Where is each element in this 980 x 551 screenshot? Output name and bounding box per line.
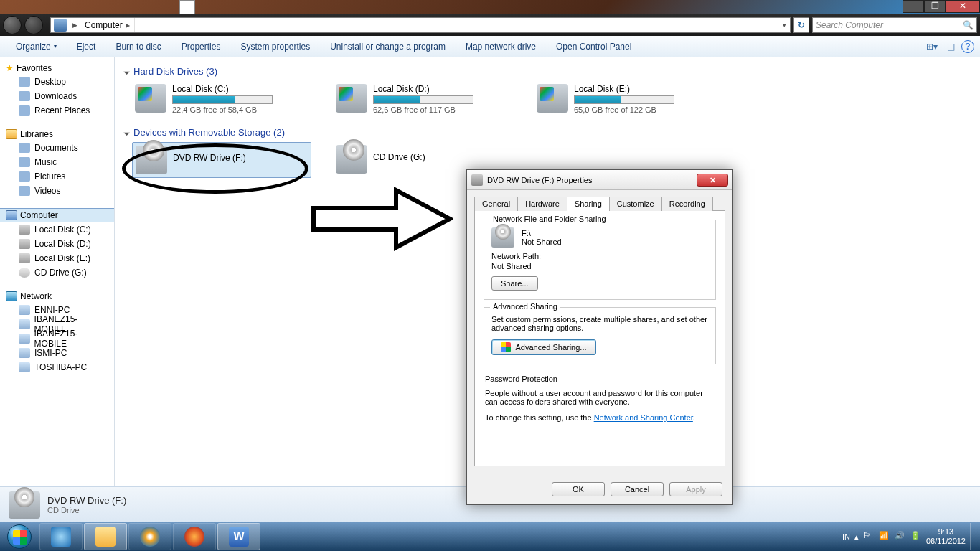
tray-volume-icon[interactable]: 🔊	[895, 531, 906, 542]
breadcrumb-computer[interactable]: Computer ▶	[80, 18, 135, 32]
taskbar-item-explorer[interactable]	[84, 523, 127, 550]
advanced-sharing-desc: Set custom permissions, create multiple …	[491, 315, 708, 332]
chevron-right-icon[interactable]: ▶	[126, 22, 130, 29]
sidebar-item-desktop[interactable]: Desktop	[0, 75, 114, 89]
search-placeholder: Search Computer	[816, 20, 883, 30]
drive-path: F:\	[522, 229, 562, 237]
network-icon	[6, 291, 17, 301]
wmp-icon	[140, 527, 160, 547]
dialog-close-button[interactable]: ✕	[697, 174, 728, 187]
sidebar-item-music[interactable]: Music	[0, 155, 114, 169]
help-icon[interactable]: ?	[961, 40, 974, 53]
maximize-button[interactable]: ❐	[924, 0, 946, 13]
hdd-icon	[537, 84, 568, 113]
drive-name: DVD RW Drive (F:)	[173, 153, 308, 163]
chevron-right-icon[interactable]: ▶	[70, 22, 80, 29]
taskbar-item-mediaplayer[interactable]	[128, 523, 171, 550]
tab-hardware[interactable]: Hardware	[517, 197, 567, 211]
sidebar-item-drive-d[interactable]: Local Disk (D:)	[0, 237, 114, 251]
group-hdd-header[interactable]: Hard Disk Drives (3)	[125, 66, 970, 77]
toolbar-uninstall[interactable]: Uninstall or change a program	[320, 36, 456, 57]
status-subtitle: CD Drive	[47, 506, 126, 514]
tab-sharing[interactable]: Sharing	[567, 197, 610, 211]
tray-battery-icon[interactable]: 🔋	[910, 531, 922, 542]
tab-general[interactable]: General	[474, 197, 518, 211]
back-button[interactable]	[3, 16, 22, 34]
fieldset-network-sharing: Network File and Folder Sharing F:\ Not …	[484, 220, 716, 300]
taskbar: W IN ▴ 🏳 📶 🔊 🔋 9:13 06/11/2012	[0, 522, 980, 551]
group-removable-header[interactable]: Devices with Removable Storage (2)	[125, 127, 970, 138]
sidebar-libraries-header[interactable]: Libraries	[0, 128, 114, 141]
drive-name: Local Disk (D:)	[373, 84, 509, 94]
view-options-icon[interactable]: ⊞▾	[924, 39, 940, 55]
navigation-pane: ★Favorites Desktop Downloads Recent Plac…	[0, 57, 115, 486]
videos-icon	[19, 186, 30, 196]
drive-icon	[19, 239, 30, 249]
password-protection-title: Password Protection	[485, 375, 715, 383]
toolbar-control-panel[interactable]: Open Control Panel	[546, 36, 641, 57]
network-sharing-center-link[interactable]: Network and Sharing Center	[594, 413, 693, 422]
taskbar-item-firefox[interactable]	[173, 523, 216, 550]
drive-item[interactable]: Local Disk (E:) 65,0 GB free of 122 GB	[534, 81, 713, 117]
drive-item[interactable]: Local Disk (D:) 62,6 GB free of 117 GB	[333, 81, 512, 117]
sidebar-item-downloads[interactable]: Downloads	[0, 89, 114, 103]
capacity-bar	[172, 95, 273, 104]
command-toolbar: Organize Eject Burn to disc Properties S…	[0, 36, 980, 57]
pc-icon	[19, 319, 30, 329]
refresh-button[interactable]: ↻	[793, 17, 809, 33]
capacity-bar	[574, 95, 674, 104]
close-window-button[interactable]: ✕	[946, 0, 980, 13]
tab-recording[interactable]: Recording	[661, 197, 713, 211]
toolbar-properties[interactable]: Properties	[171, 36, 231, 57]
dialog-titlebar[interactable]: DVD RW Drive (F:) Properties ✕	[467, 170, 732, 190]
drive-free: 62,6 GB free of 117 GB	[373, 105, 509, 114]
libraries-icon	[6, 129, 17, 139]
advanced-sharing-button[interactable]: Advanced Sharing...	[491, 339, 596, 355]
sidebar-item-videos[interactable]: Videos	[0, 184, 114, 198]
recent-icon	[19, 105, 30, 116]
sidebar-item-drive-e[interactable]: Local Disk (E:)	[0, 251, 114, 265]
toolbar-organize[interactable]: Organize	[6, 36, 67, 57]
apply-button[interactable]: Apply	[669, 482, 722, 496]
toolbar-eject[interactable]: Eject	[67, 36, 106, 57]
start-button[interactable]	[0, 522, 39, 551]
drive-item-dvd[interactable]: DVD RW Drive (F:)	[132, 142, 311, 178]
sidebar-item-documents[interactable]: Documents	[0, 141, 114, 155]
sidebar-item-pc[interactable]: IBANEZ15-MOBILE	[0, 331, 114, 346]
search-input[interactable]: Search Computer 🔍	[812, 17, 977, 33]
toolbar-map-drive[interactable]: Map network drive	[456, 36, 546, 57]
sidebar-item-drive-c[interactable]: Local Disk (C:)	[0, 222, 114, 237]
ie-icon	[51, 527, 71, 547]
hdd-icon	[135, 84, 166, 113]
sidebar-computer-header[interactable]: Computer	[0, 208, 114, 222]
tray-language[interactable]: IN	[842, 532, 850, 541]
sidebar-favorites-header[interactable]: ★Favorites	[0, 62, 114, 75]
share-button[interactable]: Share...	[491, 276, 538, 291]
toolbar-burn[interactable]: Burn to disc	[105, 36, 171, 57]
drive-item[interactable]: Local Disk (C:) 22,4 GB free of 58,4 GB	[132, 81, 311, 117]
address-bar[interactable]: ▶ Computer ▶ ▾	[50, 17, 791, 33]
tray-flag-icon[interactable]: 🏳	[863, 531, 875, 542]
preview-pane-icon[interactable]: ◫	[943, 39, 958, 55]
sidebar-item-pc[interactable]: TOSHIBA-PC	[0, 360, 114, 375]
taskbar-item-word[interactable]: W	[217, 523, 260, 550]
pc-icon	[19, 362, 30, 372]
star-icon: ★	[6, 63, 14, 73]
tab-customize[interactable]: Customize	[609, 197, 662, 211]
tray-network-icon[interactable]: 📶	[879, 531, 890, 542]
sidebar-item-recent[interactable]: Recent Places	[0, 103, 114, 118]
sidebar-network-header[interactable]: Network	[0, 290, 114, 303]
sidebar-item-cd-drive[interactable]: CD Drive (G:)	[0, 265, 114, 280]
minimize-button[interactable]: —	[903, 0, 924, 13]
toolbar-system-properties[interactable]: System properties	[230, 36, 320, 57]
taskbar-item-ie[interactable]	[39, 523, 83, 550]
show-desktop-button[interactable]	[970, 523, 976, 550]
sidebar-item-pictures[interactable]: Pictures	[0, 169, 114, 184]
pc-icon	[19, 334, 30, 344]
forward-button[interactable]	[24, 16, 43, 34]
tray-clock[interactable]: 9:13 06/11/2012	[926, 527, 966, 546]
address-dropdown-icon[interactable]: ▾	[778, 22, 790, 29]
tray-chevron-icon[interactable]: ▴	[854, 532, 859, 542]
cancel-button[interactable]: Cancel	[611, 482, 664, 496]
ok-button[interactable]: OK	[552, 482, 605, 496]
